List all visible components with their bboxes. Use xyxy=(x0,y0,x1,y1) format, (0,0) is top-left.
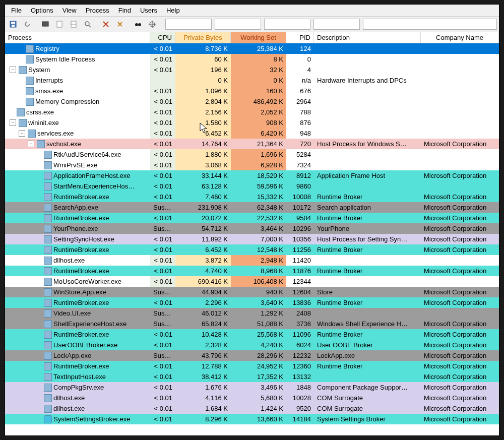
sheet-icon[interactable] xyxy=(53,18,66,30)
menu-help[interactable]: Help xyxy=(162,6,184,15)
process-row[interactable]: RuntimeBroker.exe< 0.012,296 K3,640 K138… xyxy=(5,297,499,308)
process-row[interactable]: Memory Compression< 0.012,804 K486,492 K… xyxy=(5,96,499,107)
tree-toggle-icon[interactable]: − xyxy=(10,67,16,73)
process-name-cell[interactable]: dllhost.exe xyxy=(5,403,150,414)
process-row[interactable]: Video.UI.exeSusp…46,012 K1,292 K2408 xyxy=(5,308,499,319)
process-name-cell[interactable]: Interrupts xyxy=(5,75,150,86)
process-name-cell[interactable]: WmiPrvSE.exe xyxy=(5,160,150,170)
process-name-cell[interactable]: System Idle Process xyxy=(5,54,150,65)
process-name-cell[interactable]: ShellExperienceHost.exe xyxy=(5,319,150,329)
process-row[interactable]: ShellExperienceHost.exeSusp…65,824 K51,0… xyxy=(5,319,499,329)
menu-view[interactable]: View xyxy=(58,6,81,15)
process-name-cell[interactable]: LockApp.exe xyxy=(5,350,150,361)
process-name-cell[interactable]: UserOOBEBroker.exe xyxy=(5,340,150,350)
process-row[interactable]: RtkAudUService64.exe< 0.011,880 K1,696 K… xyxy=(5,149,499,160)
header-pid[interactable]: PID xyxy=(286,32,314,43)
process-name-cell[interactable]: −wininit.exe xyxy=(5,117,150,128)
refresh-icon[interactable] xyxy=(21,18,33,30)
tree-toggle-icon[interactable]: − xyxy=(28,141,34,147)
header-process[interactable]: Process xyxy=(5,32,150,43)
process-name-cell[interactable]: Video.UI.exe xyxy=(5,308,150,319)
process-row[interactable]: SystemSettingsBroker.exe< 0.018,296 K13,… xyxy=(5,414,499,424)
find-icon[interactable] xyxy=(82,18,94,30)
process-name-cell[interactable]: RuntimeBroker.exe xyxy=(5,329,150,340)
process-row[interactable]: csrss.exe< 0.012,156 K2,052 K788 xyxy=(5,107,499,117)
graph-box-1[interactable] xyxy=(165,19,212,30)
process-row[interactable]: WinStore.App.exeSusp…44,904 K940 K12604S… xyxy=(5,287,499,297)
column-headers[interactable]: Process CPU Private Bytes Working Set PI… xyxy=(5,32,499,43)
process-name-cell[interactable]: Registry xyxy=(5,43,150,54)
process-name-cell[interactable]: WinStore.App.exe xyxy=(5,287,150,297)
process-name-cell[interactable]: RuntimeBroker.exe xyxy=(5,297,150,308)
process-row[interactable]: −services.exe< 0.016,452 K6,420 K948 xyxy=(5,128,499,139)
process-row[interactable]: LockApp.exeSusp…43,796 K28,296 K12232Loc… xyxy=(5,350,499,361)
menu-users[interactable]: Users xyxy=(136,6,161,15)
process-row[interactable]: UserOOBEBroker.exe< 0.012,328 K4,240 K60… xyxy=(5,340,499,350)
process-name-cell[interactable]: MoUsoCoreWorker.exe xyxy=(5,276,150,287)
process-name-cell[interactable]: csrss.exe xyxy=(5,107,150,117)
process-row[interactable]: MoUsoCoreWorker.exe< 0.01690,416 K106,40… xyxy=(5,276,499,287)
process-name-cell[interactable]: CompPkgSrv.exe xyxy=(5,382,150,393)
process-row[interactable]: Registry< 0.018,736 K25,384 K124 xyxy=(5,43,499,54)
process-row[interactable]: dllhost.exe< 0.013,872 K2,948 K11420 xyxy=(5,255,499,266)
process-name-cell[interactable]: Memory Compression xyxy=(5,96,150,107)
process-name-cell[interactable]: YourPhone.exe xyxy=(5,223,150,234)
process-row[interactable]: RuntimeBroker.exe< 0.0120,072 K22,532 K9… xyxy=(5,213,499,223)
graph-box-4[interactable] xyxy=(313,19,360,30)
tree-toggle-icon[interactable]: − xyxy=(19,130,25,137)
process-row[interactable]: YourPhone.exeSusp…54,712 K3,464 K10296Yo… xyxy=(5,223,499,234)
process-row[interactable]: CompPkgSrv.exe< 0.011,676 K3,496 K1848Co… xyxy=(5,382,499,393)
menu-process[interactable]: Process xyxy=(82,6,113,15)
process-name-cell[interactable]: smss.exe xyxy=(5,86,150,96)
kill-tree-icon[interactable] xyxy=(114,18,126,30)
process-row[interactable]: dllhost.exe< 0.011,684 K1,424 K9520COM S… xyxy=(5,403,499,414)
process-row[interactable]: SettingSyncHost.exe< 0.0111,892 K7,000 K… xyxy=(5,234,499,244)
process-name-cell[interactable]: dllhost.exe xyxy=(5,255,150,266)
menu-find[interactable]: Find xyxy=(114,6,135,15)
process-name-cell[interactable]: RtkAudUService64.exe xyxy=(5,149,150,160)
header-private-bytes[interactable]: Private Bytes xyxy=(175,32,231,43)
process-name-cell[interactable]: RuntimeBroker.exe xyxy=(5,266,150,276)
process-row[interactable]: RuntimeBroker.exe< 0.016,452 K12,548 K11… xyxy=(5,244,499,255)
process-name-cell[interactable]: dllhost.exe xyxy=(5,393,150,403)
binoculars-icon[interactable] xyxy=(132,18,144,30)
system-info-icon[interactable] xyxy=(39,18,51,30)
process-name-cell[interactable]: SearchApp.exe xyxy=(5,202,150,213)
process-row[interactable]: −System< 0.01196 K32 K4 xyxy=(5,65,499,75)
graph-box-3[interactable] xyxy=(264,19,310,30)
process-row[interactable]: ApplicationFrameHost.exe< 0.0133,144 K18… xyxy=(5,170,499,181)
process-name-cell[interactable]: StartMenuExperienceHos… xyxy=(5,181,150,192)
process-name-cell[interactable]: SettingSyncHost.exe xyxy=(5,234,150,244)
sheet2-icon[interactable] xyxy=(68,18,80,30)
process-row[interactable]: −wininit.exe< 0.011,580 K908 K876 xyxy=(5,117,499,128)
header-company[interactable]: Company Name xyxy=(421,32,499,43)
process-name-cell[interactable]: −System xyxy=(5,65,150,75)
process-tree[interactable]: Registry< 0.018,736 K25,384 K124System I… xyxy=(5,43,499,436)
header-cpu[interactable]: CPU xyxy=(150,32,175,43)
process-name-cell[interactable]: RuntimeBroker.exe xyxy=(5,244,150,255)
process-row[interactable]: RuntimeBroker.exe< 0.017,460 K15,332 K10… xyxy=(5,192,499,202)
process-name-cell[interactable]: SystemSettingsBroker.exe xyxy=(5,414,150,424)
process-row[interactable]: WmiPrvSE.exe< 0.013,068 K6,928 K7324 xyxy=(5,160,499,170)
menu-file[interactable]: File xyxy=(7,6,26,15)
process-row[interactable]: RuntimeBroker.exe< 0.0112,788 K24,952 K1… xyxy=(5,361,499,371)
process-name-cell[interactable]: ApplicationFrameHost.exe xyxy=(5,170,150,181)
save-icon[interactable] xyxy=(7,18,19,30)
process-row[interactable]: smss.exe< 0.011,096 K160 K676 xyxy=(5,86,499,96)
process-name-cell[interactable]: −services.exe xyxy=(5,128,150,139)
header-working-set[interactable]: Working Set xyxy=(231,32,286,43)
process-row[interactable]: −svchost.exe< 0.0114,764 K21,364 K720Hos… xyxy=(5,139,499,149)
tree-toggle-icon[interactable]: − xyxy=(10,119,16,126)
process-name-cell[interactable]: RuntimeBroker.exe xyxy=(5,213,150,223)
process-row[interactable]: SearchApp.exeSusp…231,908 K62,348 K10172… xyxy=(5,202,499,213)
process-row[interactable]: RuntimeBroker.exe< 0.0110,428 K25,568 K1… xyxy=(5,329,499,340)
header-description[interactable]: Description xyxy=(314,32,421,43)
kill-icon[interactable] xyxy=(100,18,112,30)
process-row[interactable]: System Idle Process< 0.0160 K8 K0 xyxy=(5,54,499,65)
menu-options[interactable]: Options xyxy=(27,6,57,15)
process-row[interactable]: Interrupts0 K0 Kn/aHardware Interrupts a… xyxy=(5,75,499,86)
process-row[interactable]: dllhost.exe< 0.014,116 K5,680 K10028COM … xyxy=(5,393,499,403)
crosshair-icon[interactable] xyxy=(146,18,158,30)
process-row[interactable]: StartMenuExperienceHos…< 0.0163,128 K59,… xyxy=(5,181,499,192)
process-name-cell[interactable]: RuntimeBroker.exe xyxy=(5,192,150,202)
